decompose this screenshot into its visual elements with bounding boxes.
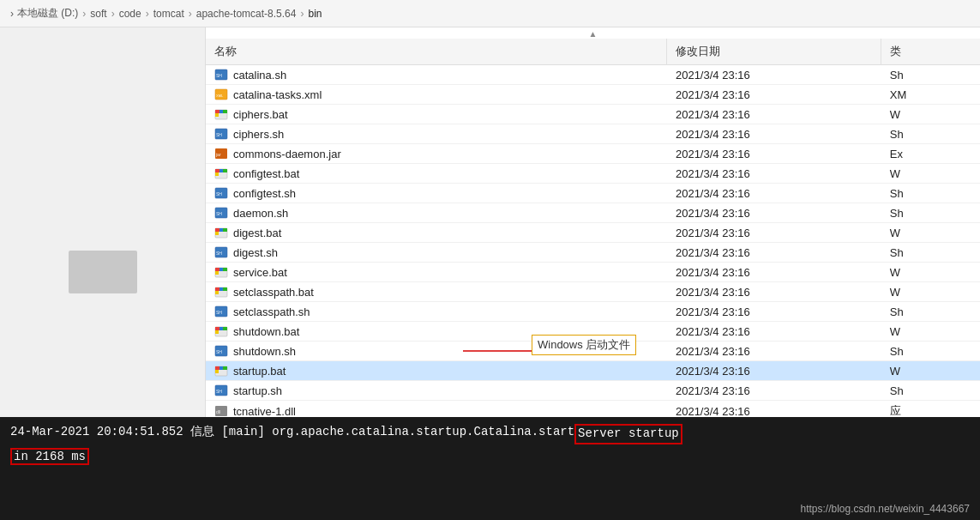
sh-icon: SH <box>214 206 228 220</box>
breadcrumb-part-2[interactable]: soft <box>90 8 106 20</box>
sh-icon: SH <box>214 245 228 259</box>
table-row[interactable]: jar commons-daemon.jar 2021/3/4 23:16Ex <box>206 144 980 164</box>
svg-rect-38 <box>215 291 219 294</box>
xml-icon: XML <box>214 88 228 101</box>
file-name-cell: SH ciphers.sh <box>206 124 667 144</box>
table-row[interactable]: dll tcnative-1.dll 2021/3/4 23:16应 <box>206 401 980 418</box>
table-row[interactable]: digest.bat 2021/3/4 23:16W <box>206 223 980 243</box>
svg-rect-43 <box>219 327 223 330</box>
file-name-cell: digest.bat <box>206 223 667 243</box>
svg-rect-14 <box>215 169 219 172</box>
file-name: commons-daemon.jar <box>233 148 341 160</box>
svg-text:SH: SH <box>216 191 222 197</box>
table-row[interactable]: shutdown.bat 2021/3/4 23:16W <box>206 322 980 342</box>
file-type: XM <box>881 85 980 105</box>
file-name: service.bat <box>233 266 287 279</box>
breadcrumb-part-1[interactable]: 本地磁盘 (D:) <box>17 6 78 21</box>
file-date: 2021/3/4 23:16 <box>667 302 881 322</box>
console-area: 24-Mar-2021 20:04:51.852 信息 [main] org.a… <box>0 417 980 520</box>
svg-rect-23 <box>215 228 219 232</box>
file-type: W <box>881 105 980 124</box>
file-date: 2021/3/4 23:16 <box>667 124 881 144</box>
table-row[interactable]: SH startup.sh 2021/3/4 23:16Sh <box>206 381 980 401</box>
file-type: W <box>881 282 980 302</box>
breadcrumb-part-3[interactable]: code <box>119 8 141 20</box>
breadcrumb-part-4[interactable]: tomcat <box>153 8 184 20</box>
breadcrumb-part-5[interactable]: apache-tomcat-8.5.64 <box>196 8 297 20</box>
table-row[interactable]: SH digest.sh 2021/3/4 23:16Sh <box>206 243 980 263</box>
svg-rect-6 <box>219 110 223 113</box>
breadcrumb-sep: › <box>10 8 14 20</box>
svg-text:XML: XML <box>216 94 224 98</box>
bat-icon <box>214 107 228 121</box>
svg-rect-44 <box>223 327 227 330</box>
svg-rect-15 <box>219 169 223 172</box>
svg-text:SH: SH <box>216 73 222 78</box>
svg-rect-17 <box>215 172 219 176</box>
file-type: Sh <box>881 203 980 223</box>
table-row[interactable]: configtest.bat 2021/3/4 23:16W <box>206 164 980 184</box>
table-row[interactable]: SH shutdown.sh 2021/3/4 23:16Sh <box>206 342 980 361</box>
console-text-prefix: 24-Mar-2021 20:04:51.852 信息 [main] org.a… <box>10 424 574 441</box>
svg-rect-16 <box>223 169 227 172</box>
svg-rect-37 <box>223 287 227 291</box>
svg-rect-35 <box>215 287 219 291</box>
file-name-cell: startup.bat <box>206 361 667 381</box>
sidebar <box>0 27 206 417</box>
table-row[interactable]: SH daemon.sh 2021/3/4 23:16Sh <box>206 203 980 223</box>
svg-rect-30 <box>215 268 219 271</box>
table-row[interactable]: XML catalina-tasks.xml 2021/3/4 23:16XM <box>206 85 980 105</box>
file-name: catalina-tasks.xml <box>233 88 322 101</box>
svg-text:SH: SH <box>216 211 222 216</box>
file-name: digest.bat <box>233 227 281 239</box>
file-name: startup.bat <box>233 365 286 378</box>
file-name: startup.sh <box>233 384 282 397</box>
sh-icon: SH <box>214 344 228 358</box>
svg-rect-24 <box>219 228 223 232</box>
bat-icon <box>214 324 228 338</box>
svg-text:SH: SH <box>216 310 222 315</box>
file-name-cell: service.bat <box>206 263 667 282</box>
svg-text:SH: SH <box>216 132 222 137</box>
svg-rect-32 <box>223 268 227 271</box>
file-type: Sh <box>881 243 980 263</box>
dll-icon: dll <box>214 404 228 417</box>
table-row[interactable]: SH configtest.sh 2021/3/4 23:16Sh <box>206 184 980 203</box>
table-row[interactable]: SH catalina.sh 2021/3/4 23:16Sh <box>206 65 980 85</box>
col-date[interactable]: 修改日期 <box>667 39 881 65</box>
col-type[interactable]: 类 <box>881 39 980 65</box>
csdn-link: https://blog.csdn.net/weixin_4443667 <box>801 503 970 515</box>
svg-text:SH: SH <box>216 389 222 394</box>
svg-rect-52 <box>215 370 219 373</box>
table-row[interactable]: SH ciphers.sh 2021/3/4 23:16Sh <box>206 124 980 144</box>
svg-rect-5 <box>215 110 219 113</box>
file-date: 2021/3/4 23:16 <box>667 105 881 124</box>
table-row[interactable]: startup.bat 2021/3/4 23:16W <box>206 361 980 381</box>
svg-text:dll: dll <box>216 409 220 414</box>
col-name[interactable]: 名称 <box>206 39 667 65</box>
file-panel: ▲ 名称 修改日期 类 SH <box>206 27 980 417</box>
svg-rect-25 <box>223 228 227 232</box>
file-date: 2021/3/4 23:16 <box>667 282 881 302</box>
file-type: Sh <box>881 302 980 322</box>
table-row[interactable]: service.bat 2021/3/4 23:16W <box>206 263 980 282</box>
console-time: in 2168 ms <box>10 448 89 465</box>
table-row[interactable]: SH setclasspath.sh 2021/3/4 23:16Sh <box>206 302 980 322</box>
file-date: 2021/3/4 23:16 <box>667 361 881 381</box>
svg-rect-36 <box>219 287 223 291</box>
file-type: Sh <box>881 342 980 361</box>
file-name: shutdown.sh <box>233 345 296 358</box>
file-name: ciphers.bat <box>233 108 288 121</box>
file-type: Sh <box>881 124 980 144</box>
file-name-cell: SH setclasspath.sh <box>206 302 667 322</box>
table-row[interactable]: setclasspath.bat 2021/3/4 23:16W <box>206 282 980 302</box>
file-type: W <box>881 361 980 381</box>
file-date: 2021/3/4 23:16 <box>667 223 881 243</box>
bat-icon <box>214 265 228 279</box>
file-name-cell: dll tcnative-1.dll <box>206 401 667 418</box>
table-row[interactable]: ciphers.bat 2021/3/4 23:16W <box>206 105 980 124</box>
file-date: 2021/3/4 23:16 <box>667 203 881 223</box>
jar-icon: jar <box>214 147 228 160</box>
file-name-cell: SH startup.sh <box>206 381 667 401</box>
console-line-1: 24-Mar-2021 20:04:51.852 信息 [main] org.a… <box>10 424 970 444</box>
